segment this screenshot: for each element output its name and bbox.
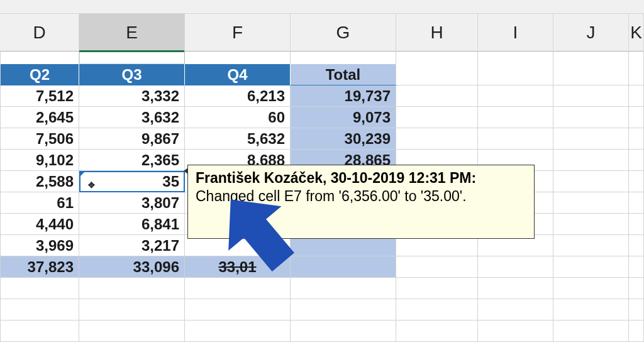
cell[interactable] — [553, 235, 629, 256]
cell[interactable] — [553, 64, 629, 85]
cell-q2[interactable]: 9,102 — [0, 150, 79, 171]
cell[interactable] — [396, 85, 478, 107]
cell-total[interactable]: 30,239 — [291, 128, 396, 150]
cell[interactable] — [629, 299, 644, 321]
cell[interactable] — [0, 299, 79, 321]
cell[interactable] — [0, 52, 79, 64]
col-header-D[interactable]: D — [0, 14, 79, 52]
cell[interactable] — [478, 128, 553, 150]
cell-footer-q4[interactable]: 33,01 — [185, 256, 291, 278]
table-header-q4[interactable]: Q4 — [185, 64, 291, 85]
cell[interactable] — [396, 256, 478, 278]
cell[interactable] — [553, 321, 629, 342]
cell[interactable] — [185, 52, 291, 64]
cell-q2[interactable]: 4,440 — [0, 214, 79, 235]
cell-q2[interactable]: 61 — [0, 192, 79, 214]
col-header-H[interactable]: H — [396, 14, 478, 52]
cell[interactable] — [629, 64, 644, 85]
table-header-q3[interactable]: Q3 — [79, 64, 185, 85]
cell-q4[interactable]: 6,213 — [185, 85, 291, 107]
cell-q3[interactable]: 6,841 — [79, 214, 185, 235]
cell[interactable] — [0, 278, 79, 299]
cell-q2[interactable]: 2,588 — [0, 171, 79, 192]
cell-e7-changed[interactable]: ✥ 35 — [79, 171, 185, 192]
cell-q3[interactable]: 3,332 — [79, 85, 185, 107]
cell[interactable] — [291, 52, 396, 64]
cell[interactable] — [185, 321, 291, 342]
cell[interactable] — [291, 299, 396, 321]
col-header-G[interactable]: G — [291, 14, 396, 52]
col-header-E[interactable]: E — [79, 14, 185, 52]
cell[interactable] — [629, 235, 644, 256]
cell-footer-total[interactable] — [291, 256, 396, 278]
cell-footer-q3[interactable]: 33,096 — [79, 256, 185, 278]
cell[interactable] — [478, 256, 553, 278]
cell[interactable] — [629, 107, 644, 128]
cell-q2[interactable]: 7,512 — [0, 85, 79, 107]
cell[interactable] — [553, 256, 629, 278]
cell[interactable] — [629, 278, 644, 299]
cell-q2[interactable]: 7,506 — [0, 128, 79, 150]
cell-footer-q2[interactable]: 37,823 — [0, 256, 79, 278]
cell[interactable] — [0, 321, 79, 342]
cell[interactable] — [185, 278, 291, 299]
col-header-F[interactable]: F — [185, 14, 291, 52]
cell[interactable] — [79, 278, 185, 299]
cell[interactable] — [185, 299, 291, 321]
table-header-q2[interactable]: Q2 — [0, 64, 79, 85]
cell[interactable] — [553, 85, 629, 107]
cell[interactable] — [629, 128, 644, 150]
cell-total[interactable]: 9,073 — [291, 107, 396, 128]
col-header-J[interactable]: J — [553, 14, 629, 52]
cell-q3[interactable]: 3,807 — [79, 192, 185, 214]
cell[interactable] — [478, 107, 553, 128]
cell[interactable] — [79, 52, 185, 64]
cell[interactable] — [79, 299, 185, 321]
cell[interactable] — [553, 278, 629, 299]
cell[interactable] — [478, 85, 553, 107]
cell[interactable] — [396, 321, 478, 342]
cell[interactable] — [396, 64, 478, 85]
cell[interactable] — [629, 85, 644, 107]
cell[interactable] — [553, 150, 629, 171]
cell-q3[interactable]: 9,867 — [79, 128, 185, 150]
cell[interactable] — [396, 52, 478, 64]
cell[interactable] — [79, 321, 185, 342]
cell-q4[interactable]: 5,632 — [185, 128, 291, 150]
cell-q3[interactable]: 3,217 — [79, 235, 185, 256]
cell-q3[interactable]: 3,632 — [79, 107, 185, 128]
cell[interactable] — [553, 214, 629, 235]
cell[interactable] — [553, 299, 629, 321]
cell[interactable] — [629, 214, 644, 235]
cell-q3[interactable]: 2,365 — [79, 150, 185, 171]
cell-q4[interactable]: 60 — [185, 107, 291, 128]
cell[interactable] — [553, 128, 629, 150]
cell[interactable] — [553, 171, 629, 192]
cell[interactable] — [478, 321, 553, 342]
cell[interactable] — [478, 52, 553, 64]
cell[interactable] — [553, 192, 629, 214]
cell-total[interactable]: 19,737 — [291, 85, 396, 107]
cell[interactable] — [629, 321, 644, 342]
cell[interactable] — [396, 299, 478, 321]
cell[interactable] — [396, 107, 478, 128]
cell[interactable] — [396, 128, 478, 150]
cell[interactable] — [291, 278, 396, 299]
cell[interactable] — [478, 64, 553, 85]
cell[interactable] — [478, 299, 553, 321]
cell[interactable] — [629, 150, 644, 171]
table-header-total[interactable]: Total — [291, 64, 396, 85]
cell[interactable] — [629, 256, 644, 278]
cell[interactable] — [629, 171, 644, 192]
col-header-I[interactable]: I — [478, 14, 553, 52]
cell[interactable] — [291, 321, 396, 342]
cell[interactable] — [629, 192, 644, 214]
cell[interactable] — [629, 52, 644, 64]
cell[interactable] — [478, 278, 553, 299]
cell[interactable] — [553, 107, 629, 128]
cell-q2[interactable]: 2,645 — [0, 107, 79, 128]
col-header-K[interactable]: K — [629, 14, 644, 52]
cell[interactable] — [396, 278, 478, 299]
cell-q2[interactable]: 3,969 — [0, 235, 79, 256]
cell[interactable] — [553, 52, 629, 64]
